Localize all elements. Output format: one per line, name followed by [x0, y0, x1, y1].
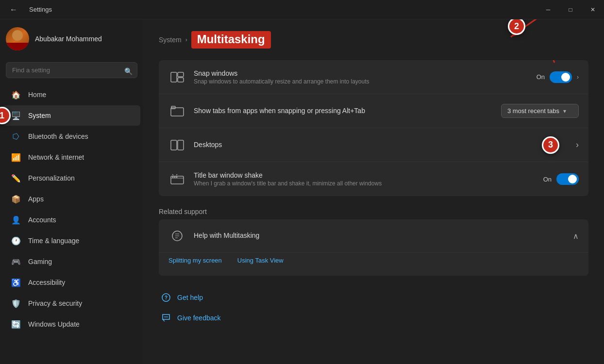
- give-feedback-row[interactable]: Give feedback: [159, 308, 588, 328]
- minimize-button[interactable]: ─: [537, 0, 559, 19]
- svg-rect-7: [171, 140, 177, 150]
- user-name: Abubakar Mohammed: [35, 35, 102, 43]
- search-icon: 🔍: [124, 67, 133, 75]
- search-input[interactable]: [6, 62, 137, 78]
- svg-rect-8: [178, 140, 184, 150]
- home-icon: 🏠: [11, 89, 21, 100]
- sidebar-item-label: Privacy & security: [28, 299, 82, 307]
- title-bar-shake-icon: [168, 170, 186, 188]
- sidebar-item-update[interactable]: 🔄 Windows Update: [3, 314, 140, 334]
- sidebar-item-label: Time & language: [28, 237, 79, 245]
- user-profile[interactable]: Abubakar Mohammed: [0, 19, 143, 58]
- desktops-text: Desktops: [194, 141, 572, 149]
- help-icon: [168, 227, 186, 245]
- titlebar-title: Settings: [29, 6, 52, 13]
- sidebar-item-network[interactable]: 📶 Network & internet: [3, 147, 140, 167]
- title-bar-shake-state: On: [543, 176, 552, 183]
- sidebar-item-home[interactable]: 🏠 Home: [3, 84, 140, 105]
- back-button[interactable]: ←: [6, 3, 21, 16]
- related-support-title: Related support: [159, 208, 588, 215]
- svg-point-12: [174, 177, 176, 178]
- titlebar: ← Settings ─ □ ✕: [0, 0, 604, 19]
- close-button[interactable]: ✕: [582, 0, 604, 19]
- breadcrumb: System › Multitasking 2: [159, 31, 588, 49]
- sidebar-item-time[interactable]: 🕐 Time & language: [3, 231, 140, 251]
- sidebar-item-system[interactable]: 🖥️ System 1: [3, 105, 140, 126]
- show-tabs-row[interactable]: Show tabs from apps when snapping or pre…: [159, 94, 588, 128]
- search-container: 🔍: [0, 58, 143, 84]
- time-icon: 🕐: [11, 235, 21, 246]
- titlebar-controls: ─ □ ✕: [537, 0, 604, 19]
- breadcrumb-arrow: ›: [185, 36, 187, 43]
- show-tabs-dropdown-value: 3 most recent tabs: [507, 107, 559, 115]
- svg-text:?: ?: [165, 295, 168, 300]
- sidebar-item-label: Accounts: [28, 216, 56, 224]
- title-bar-shake-control: On: [543, 173, 579, 185]
- avatar: [6, 27, 29, 50]
- annotation-arrow-2: [496, 19, 559, 46]
- give-feedback-label: Give feedback: [177, 314, 221, 322]
- svg-rect-1: [171, 72, 177, 82]
- get-help-icon: ?: [161, 292, 171, 303]
- update-icon: 🔄: [11, 319, 21, 330]
- support-link-splitting[interactable]: Splitting my screen: [168, 257, 222, 264]
- help-multitasking-title: Help with Multitasking: [194, 232, 259, 239]
- sidebar-item-label: Personalization: [28, 174, 75, 182]
- sidebar-item-label: Gaming: [28, 258, 52, 265]
- title-bar-shake-desc: When I grab a window's title bar and sha…: [194, 180, 543, 187]
- bluetooth-icon: ⭔: [11, 131, 21, 142]
- show-tabs-chevron-icon: ▾: [563, 108, 566, 115]
- desktops-chevron-icon[interactable]: ›: [576, 140, 579, 150]
- help-multitasking-row[interactable]: Help with Multitasking ∧: [159, 219, 588, 253]
- sidebar-item-label: Network & internet: [28, 153, 84, 161]
- title-bar-shake-text: Title bar window shake When I grab a win…: [194, 171, 543, 187]
- get-help-row[interactable]: ? Get help: [159, 287, 588, 308]
- support-link-taskview[interactable]: Using Task View: [237, 257, 284, 264]
- apps-icon: 📦: [11, 194, 21, 204]
- sidebar: Abubakar Mohammed 🔍 🏠 Home 🖥️ System 1 ⭔…: [0, 19, 143, 364]
- sidebar-item-accounts[interactable]: 👤 Accounts: [3, 210, 140, 230]
- show-tabs-title: Show tabs from apps when snapping or pre…: [194, 107, 501, 115]
- sidebar-item-apps[interactable]: 📦 Apps: [3, 189, 140, 209]
- sidebar-item-label: Bluetooth & devices: [28, 132, 88, 140]
- snap-windows-title: Snap windows: [194, 69, 537, 77]
- titlebar-left: ← Settings: [6, 3, 52, 16]
- desktops-icon: [168, 136, 186, 154]
- main-content: System › Multitasking 2: [143, 19, 604, 364]
- privacy-icon: 🛡️: [11, 298, 21, 309]
- show-tabs-dropdown[interactable]: 3 most recent tabs ▾: [501, 104, 579, 118]
- give-feedback-icon: [161, 313, 171, 323]
- show-tabs-control: 3 most recent tabs ▾: [501, 104, 579, 118]
- snap-windows-row[interactable]: Snap windows Snap windows to automatical…: [159, 60, 588, 94]
- support-card: Help with Multitasking ∧ Splitting my sc…: [159, 219, 588, 276]
- sidebar-item-privacy[interactable]: 🛡️ Privacy & security: [3, 293, 140, 314]
- title-bar-shake-row[interactable]: Title bar window shake When I grab a win…: [159, 162, 588, 196]
- sidebar-item-label: Windows Update: [28, 320, 80, 328]
- sidebar-item-bluetooth[interactable]: ⭔ Bluetooth & devices: [3, 126, 140, 147]
- annotation-3: 3: [542, 136, 559, 154]
- title-bar-shake-title: Title bar window shake: [194, 171, 543, 179]
- sidebar-item-label: Apps: [28, 195, 44, 203]
- sidebar-item-accessibility[interactable]: ♿ Accessibility: [3, 272, 140, 293]
- system-icon: 🖥️: [11, 110, 21, 121]
- settings-card-main: Snap windows Snap windows to automatical…: [159, 60, 588, 196]
- show-tabs-icon: [168, 102, 186, 120]
- sidebar-item-personalization[interactable]: ✏️ Personalization: [3, 168, 140, 188]
- sidebar-item-label: System: [28, 112, 51, 119]
- support-links: Splitting my screen Using Task View: [168, 253, 579, 268]
- maximize-button[interactable]: □: [559, 0, 582, 19]
- personalization-icon: ✏️: [11, 173, 21, 183]
- title-bar-shake-toggle[interactable]: [556, 173, 579, 185]
- snap-windows-toggle[interactable]: [550, 71, 572, 83]
- svg-rect-3: [178, 78, 184, 82]
- network-icon: 📶: [11, 152, 21, 163]
- snap-windows-chevron[interactable]: ›: [577, 74, 579, 81]
- breadcrumb-current: Multitasking: [191, 31, 271, 49]
- sidebar-item-label: Home: [28, 91, 46, 99]
- snap-windows-desc: Snap windows to automatically resize and…: [194, 78, 537, 85]
- desktops-control: 3 ›: [572, 140, 579, 150]
- help-chevron-up-icon[interactable]: ∧: [573, 232, 579, 241]
- desktops-row[interactable]: Desktops 3 ›: [159, 128, 588, 162]
- sidebar-item-gaming[interactable]: 🎮 Gaming: [3, 251, 140, 272]
- desktops-title: Desktops: [194, 141, 572, 149]
